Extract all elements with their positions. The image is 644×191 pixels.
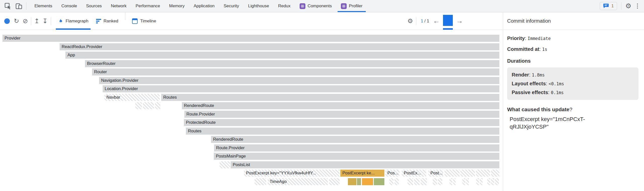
- react-logo-icon: [300, 3, 305, 9]
- update-cause-item[interactable]: PostExcerpt key="1mCnPCxT-qRJlJXjoYCSP": [510, 116, 610, 131]
- import-profile-icon[interactable]: ↥: [34, 18, 39, 24]
- tab-application[interactable]: Application: [189, 0, 219, 12]
- flame-bar[interactable]: [495, 178, 499, 185]
- flame-bar[interactable]: [450, 178, 452, 185]
- flame-bar[interactable]: PostEx...: [402, 170, 426, 177]
- flame-bar[interactable]: [362, 178, 373, 185]
- tab-sources[interactable]: Sources: [82, 0, 106, 12]
- devtools-tabs: ElementsConsoleSourcesNetworkPerformance…: [30, 0, 367, 12]
- view-tab-flamegraph[interactable]: Flamegraph: [54, 12, 92, 30]
- flame-bar[interactable]: [143, 102, 154, 109]
- flame-bar[interactable]: [453, 178, 456, 185]
- flame-bar[interactable]: [394, 178, 399, 185]
- tab-elements[interactable]: Elements: [30, 0, 57, 12]
- flame-bar[interactable]: TimeAgo: [268, 178, 328, 185]
- flame-bar[interactable]: PostExcerpt key="YYXuVfkw4uHfY...: [244, 170, 340, 177]
- flame-bar[interactable]: Post...: [428, 170, 443, 177]
- flame-bar[interactable]: Location.Provider: [103, 85, 499, 92]
- flame-bar[interactable]: Routes: [186, 128, 499, 135]
- settings-gear-icon[interactable]: ⚙: [625, 3, 631, 10]
- flame-bar[interactable]: PostExcerpt ke...: [340, 170, 384, 177]
- tab-security[interactable]: Security: [219, 0, 244, 12]
- flame-bar[interactable]: RenderedRoute: [211, 136, 499, 143]
- next-commit-icon[interactable]: →: [454, 17, 465, 25]
- flame-bar[interactable]: Provider: [3, 35, 499, 42]
- update-cause-title: What caused this update?: [507, 106, 640, 112]
- tab-redux[interactable]: Redux: [274, 0, 295, 12]
- react-logo-icon: [341, 3, 347, 9]
- flame-bar[interactable]: [460, 170, 475, 177]
- commit-bar-fill: [443, 15, 453, 26]
- flame-bar[interactable]: [255, 178, 266, 185]
- flame-bar[interactable]: [408, 178, 413, 185]
- flame-bar[interactable]: [462, 178, 465, 185]
- flame-bar[interactable]: [389, 178, 393, 185]
- flame-bar[interactable]: [357, 178, 361, 185]
- flame-bar[interactable]: [445, 170, 460, 177]
- inspect-element-icon[interactable]: [4, 2, 12, 10]
- reload-and-profile-icon[interactable]: ↻: [14, 18, 19, 24]
- flame-bar[interactable]: [491, 178, 494, 185]
- flame-bar[interactable]: ProtectedRoute: [184, 119, 499, 126]
- durations-title: Durations: [507, 58, 640, 64]
- tab-console[interactable]: Console: [57, 0, 82, 12]
- flamegraph: ProviderReactRedux.ProviderAppBrowserRou…: [0, 30, 503, 191]
- flame-bar[interactable]: Routes: [161, 94, 499, 101]
- record-button[interactable]: [4, 18, 10, 24]
- flame-bar[interactable]: [476, 170, 490, 177]
- tab-memory[interactable]: Memory: [165, 0, 189, 12]
- flame-bar[interactable]: [476, 178, 479, 185]
- flame-bar[interactable]: BrowserRouter: [85, 60, 499, 67]
- flame-bar[interactable]: [374, 178, 384, 185]
- flame-bar[interactable]: [155, 102, 160, 109]
- flame-bar[interactable]: PostsList: [231, 161, 499, 168]
- kebab-menu-icon[interactable]: [635, 3, 639, 10]
- flame-bar[interactable]: [348, 178, 356, 185]
- duration-row: Passive effects: 0.1ms: [512, 88, 634, 97]
- ranked-bars-icon: [96, 19, 101, 23]
- profiler-toolbar: ↻ ⊘ ↥ ↧ FlamegraphRankedTimeline ⚙ 1 / 1…: [0, 12, 503, 30]
- export-profile-icon[interactable]: ↧: [43, 18, 48, 24]
- flame-bar[interactable]: Route.Provider: [214, 144, 499, 151]
- committed-at-label: Committed at: [507, 46, 539, 52]
- flame-bar[interactable]: App: [65, 52, 499, 59]
- flame-bar[interactable]: [487, 178, 490, 185]
- tab-network[interactable]: Network: [106, 0, 131, 12]
- flame-bar[interactable]: Pos...: [385, 170, 399, 177]
- flame-bar[interactable]: Route.Provider: [184, 111, 499, 118]
- flame-bar[interactable]: Navigation.Provider: [99, 77, 499, 84]
- flame-bar[interactable]: Navbar: [104, 94, 160, 101]
- devtools-tabbar: ElementsConsoleSourcesNetworkPerformance…: [0, 0, 644, 12]
- flame-bar[interactable]: [220, 161, 230, 168]
- tab-performance[interactable]: Performance: [131, 0, 165, 12]
- view-tab-ranked[interactable]: Ranked: [92, 12, 122, 30]
- flame-bar[interactable]: [135, 102, 142, 109]
- flame-bar[interactable]: Router: [92, 68, 499, 75]
- flame-bar[interactable]: ReactRedux.Provider: [60, 43, 499, 50]
- profiler-toolbar-row: ↻ ⊘ ↥ ↧ FlamegraphRankedTimeline ⚙ 1 / 1…: [0, 12, 644, 30]
- flame-bar[interactable]: [329, 178, 340, 185]
- view-tab-timeline[interactable]: Timeline: [128, 12, 160, 30]
- toolbar-divider-1: [31, 17, 31, 25]
- tab-lighthouse[interactable]: Lighthouse: [244, 0, 273, 12]
- commit-bar[interactable]: [443, 12, 453, 30]
- issues-count: 1: [611, 4, 614, 9]
- prev-commit-icon[interactable]: ←: [431, 17, 442, 25]
- clear-profiling-icon[interactable]: ⊘: [23, 18, 28, 24]
- device-toolbar-icon[interactable]: [15, 2, 23, 10]
- flame-bar[interactable]: [491, 170, 499, 177]
- tab-label: Application: [194, 4, 215, 9]
- flame-bar[interactable]: [466, 178, 469, 185]
- flame-bar[interactable]: [414, 178, 420, 185]
- flame-bar[interactable]: [438, 178, 442, 185]
- flame-bar[interactable]: RenderedRoute: [182, 102, 499, 109]
- profiler-settings-gear-icon[interactable]: ⚙: [407, 18, 413, 24]
- tab-components[interactable]: Components: [295, 0, 336, 12]
- flame-bar[interactable]: PostsMainPage: [214, 153, 499, 160]
- flame-bar[interactable]: [433, 178, 437, 185]
- tab-label: Lighthouse: [248, 4, 269, 9]
- issues-button[interactable]: 1: [600, 2, 617, 10]
- flame-bar[interactable]: [480, 178, 482, 185]
- tab-profiler[interactable]: Profiler: [336, 0, 367, 12]
- flame-bar[interactable]: [421, 178, 427, 185]
